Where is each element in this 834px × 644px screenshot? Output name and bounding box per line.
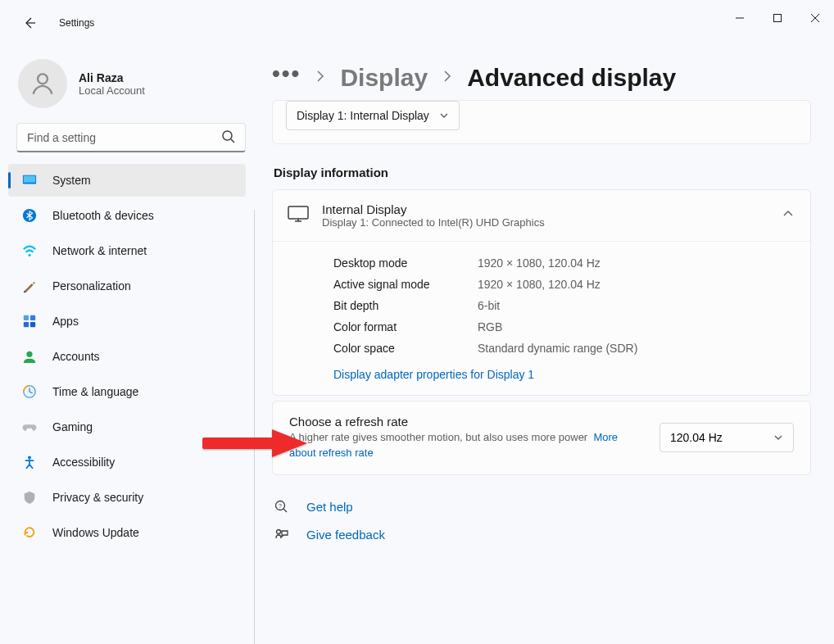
- display-info-body: Desktop mode 1920 × 1080, 120.04 Hz Acti…: [273, 241, 810, 395]
- profile-name: Ali Raza: [79, 71, 145, 84]
- info-value: 1920 × 1080, 120.04 Hz: [478, 278, 601, 291]
- bluetooth-icon: [21, 207, 38, 224]
- system-icon: [21, 172, 38, 188]
- feedback-row: Give feedback: [272, 521, 811, 549]
- display-adapter-properties-link[interactable]: Display adapter properties for Display 1: [333, 363, 534, 381]
- svg-rect-15: [30, 322, 35, 327]
- display-info-title: Internal Display: [322, 202, 769, 216]
- svg-point-24: [277, 529, 281, 533]
- apps-icon: [21, 313, 38, 329]
- svg-rect-9: [24, 176, 35, 183]
- svg-rect-13: [30, 315, 35, 320]
- search-input[interactable]: [16, 123, 246, 152]
- info-row-color-space: Color space Standard dynamic range (SDR): [333, 342, 794, 363]
- sidebar-item-privacy[interactable]: Privacy & security: [8, 481, 246, 514]
- sidebar-item-personalization[interactable]: Personalization: [8, 270, 246, 302]
- give-feedback-link[interactable]: Give feedback: [306, 528, 385, 542]
- sidebar-item-label: Privacy & security: [52, 491, 143, 504]
- info-value: Standard dynamic range (SDR): [478, 342, 637, 355]
- sidebar-item-label: Network & internet: [52, 244, 147, 257]
- sidebar-item-update[interactable]: Windows Update: [8, 516, 246, 549]
- svg-rect-12: [24, 315, 29, 320]
- sidebar-item-label: Bluetooth & devices: [52, 209, 154, 222]
- network-icon: [21, 243, 38, 259]
- chevron-down-icon: [439, 111, 449, 120]
- feedback-icon: [274, 528, 290, 542]
- back-button[interactable]: [13, 7, 46, 39]
- info-row-bit-depth: Bit depth 6-bit: [333, 299, 794, 320]
- info-label: Color format: [333, 320, 478, 333]
- chevron-right-icon: [441, 70, 454, 86]
- refresh-rate-title: Choose a refresh rate: [289, 415, 646, 430]
- accounts-icon: [21, 348, 38, 365]
- avatar: [18, 59, 67, 108]
- sidebar-item-label: Windows Update: [52, 526, 139, 539]
- sidebar-item-accounts[interactable]: Accounts: [8, 340, 246, 373]
- display-select-value: Display 1: Internal Display: [297, 109, 429, 122]
- sidebar-item-label: Personalization: [52, 279, 131, 293]
- update-icon: [21, 524, 38, 541]
- svg-rect-14: [24, 322, 29, 327]
- profile-account-type: Local Account: [79, 84, 145, 97]
- sidebar-item-gaming[interactable]: Gaming: [8, 410, 246, 443]
- minimize-button[interactable]: [721, 5, 759, 31]
- display-select-card: Display 1: Internal Display: [272, 100, 811, 144]
- svg-point-11: [28, 254, 30, 256]
- info-row-active-signal: Active signal mode 1920 × 1080, 120.04 H…: [333, 278, 794, 299]
- svg-rect-19: [288, 206, 308, 219]
- sidebar-nav: System Bluetooth & devices Network & int…: [8, 164, 254, 549]
- close-button[interactable]: [796, 5, 834, 31]
- get-help-link[interactable]: Get help: [306, 500, 353, 514]
- display-info-header[interactable]: Internal Display Display 1: Connected to…: [273, 190, 810, 241]
- info-row-color-format: Color format RGB: [333, 320, 794, 342]
- search-icon: [221, 129, 236, 144]
- main-content: ••• Display Advanced display Display 1: …: [254, 46, 834, 644]
- app-title: Settings: [59, 17, 94, 29]
- app-header: Settings: [0, 0, 834, 46]
- profile-block[interactable]: Ali Raza Local Account: [8, 51, 254, 123]
- gaming-icon: [21, 419, 38, 435]
- sidebar-item-accessibility[interactable]: Accessibility: [8, 446, 246, 478]
- monitor-icon: [288, 206, 309, 225]
- personalization-icon: [21, 278, 38, 294]
- info-label: Active signal mode: [333, 278, 478, 291]
- sidebar-item-label: Accounts: [52, 350, 100, 363]
- breadcrumb-display-link[interactable]: Display: [340, 64, 428, 92]
- sidebar: Ali Raza Local Account System Bluetooth …: [0, 46, 254, 644]
- info-value: 6-bit: [478, 299, 500, 312]
- refresh-rate-dropdown[interactable]: 120.04 Hz: [659, 423, 794, 452]
- sidebar-item-label: Gaming: [52, 420, 93, 433]
- maximize-button[interactable]: [759, 5, 796, 31]
- info-row-desktop-mode: Desktop mode 1920 × 1080, 120.04 Hz: [333, 256, 794, 278]
- display-info-subtitle: Display 1: Connected to Intel(R) UHD Gra…: [322, 216, 769, 229]
- refresh-rate-subtitle: A higher rate gives smoother motion, but…: [289, 430, 646, 461]
- breadcrumb-ellipsis[interactable]: •••: [272, 69, 301, 86]
- help-icon: ?: [274, 500, 290, 515]
- svg-point-5: [38, 74, 48, 84]
- window-caption-buttons: [721, 0, 834, 36]
- refresh-rate-value: 120.04 Hz: [670, 431, 723, 444]
- time-icon: [21, 383, 38, 400]
- sidebar-item-bluetooth[interactable]: Bluetooth & devices: [8, 199, 246, 232]
- sidebar-item-label: System: [52, 174, 91, 187]
- sidebar-item-label: Apps: [52, 315, 79, 328]
- svg-rect-1: [774, 15, 782, 22]
- svg-text:?: ?: [279, 502, 282, 508]
- sidebar-item-apps[interactable]: Apps: [8, 305, 246, 338]
- privacy-icon: [21, 489, 38, 506]
- accessibility-icon: [21, 454, 38, 470]
- info-value: 1920 × 1080, 120.04 Hz: [478, 256, 601, 270]
- info-label: Color space: [333, 342, 478, 355]
- section-title: Display information: [272, 144, 811, 189]
- sidebar-item-system[interactable]: System: [8, 164, 246, 197]
- sidebar-item-time[interactable]: Time & language: [8, 375, 246, 408]
- display-select-dropdown[interactable]: Display 1: Internal Display: [286, 101, 460, 130]
- breadcrumb-current: Advanced display: [467, 64, 676, 92]
- breadcrumb: ••• Display Advanced display: [272, 46, 811, 100]
- svg-point-18: [28, 456, 31, 460]
- sidebar-item-network[interactable]: Network & internet: [8, 234, 246, 267]
- get-help-row: ? Get help: [272, 493, 811, 521]
- chevron-down-icon: [773, 433, 783, 442]
- sidebar-item-label: Accessibility: [52, 456, 115, 469]
- info-label: Bit depth: [333, 299, 478, 312]
